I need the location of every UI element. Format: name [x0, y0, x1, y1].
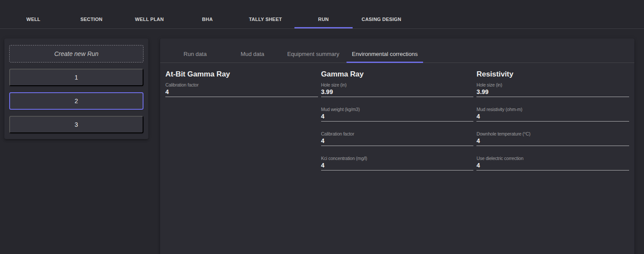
section-resistivity: ResistivityHole size (in)3.99Mud resisti… [476, 70, 629, 180]
nav-tab-tally-sheet[interactable]: TALLY SHEET [236, 0, 294, 28]
section-title: Resistivity [476, 70, 629, 79]
field-kci-concentration-mg-l: Kci concentration (mg/l)4 [321, 156, 474, 170]
field-value-input[interactable]: 4 [321, 161, 474, 170]
top-nav-tabs: WELLSECTIONWELL PLANBHATALLY SHEETRUNCAS… [4, 0, 644, 28]
panel-tab-label: Run data [184, 51, 207, 57]
field-label: Use dielectric correction [476, 156, 629, 161]
field-value-input[interactable]: 4 [321, 136, 474, 146]
field-label: Downhole temperature (°C) [476, 131, 629, 136]
nav-tab-well-plan[interactable]: WELL PLAN [120, 0, 178, 28]
field-label: Calibration factor [165, 82, 318, 87]
nav-tab-label: RUN [318, 17, 329, 22]
field-mud-weight-kg-m3: Mud weight (kg/m3)4 [321, 107, 474, 122]
field-value-input[interactable]: 3.99 [476, 87, 629, 97]
nav-tab-section[interactable]: SECTION [63, 0, 121, 28]
nav-tab-well[interactable]: WELL [4, 0, 63, 28]
field-value-input[interactable]: 4 [165, 87, 318, 97]
field-label: Hole size (in) [476, 82, 629, 87]
panel-tab-environmental-corrections[interactable]: Environmental corrections [346, 38, 423, 63]
content-area: Create new Run123 Run dataMud dataEquipm… [0, 29, 644, 254]
nav-tab-label: TALLY SHEET [249, 17, 282, 22]
nav-tab-label: CASING DESIGN [362, 17, 402, 22]
field-hole-size-in: Hole size (in)3.99 [321, 82, 474, 97]
run-detail-tabs: Run dataMud dataEquipment summaryEnviron… [160, 38, 634, 63]
run-button-1[interactable]: 1 [9, 69, 144, 86]
field-value-input[interactable]: 4 [476, 112, 629, 122]
panel-tab-label: Equipment summary [287, 51, 339, 57]
panel-tab-equipment-summary[interactable]: Equipment summary [280, 38, 346, 63]
panel-tab-mud-data[interactable]: Mud data [225, 38, 280, 63]
field-downhole-temperature-c: Downhole temperature (°C)4 [476, 131, 629, 146]
field-calibration-factor: Calibration factor4 [321, 131, 474, 146]
field-label: Calibration factor [321, 131, 474, 136]
field-mud-resistivity-ohm-m: Mud resistivity (ohm-m)4 [476, 107, 629, 122]
panel-tab-label: Mud data [241, 51, 264, 57]
nav-tab-casing-design[interactable]: CASING DESIGN [353, 0, 411, 28]
section-at-bit-gamma-ray: At-Bit Gamma RayCalibration factor4 [165, 70, 318, 180]
nav-tab-run[interactable]: RUN [294, 0, 353, 28]
environmental-corrections-columns: At-Bit Gamma RayCalibration factor4Gamma… [160, 63, 634, 180]
nav-tab-label: SECTION [80, 17, 102, 22]
nav-tab-label: BHA [202, 17, 213, 22]
top-nav: WELLSECTIONWELL PLANBHATALLY SHEETRUNCAS… [0, 0, 644, 29]
nav-tab-bha[interactable]: BHA [178, 0, 237, 28]
create-new-run-button[interactable]: Create new Run [9, 45, 144, 63]
active-tab-indicator [294, 27, 353, 28]
run-list-card: Create new Run123 [4, 38, 148, 139]
field-label: Mud weight (kg/m3) [321, 107, 474, 112]
nav-tab-label: WELL PLAN [135, 17, 164, 22]
field-value-input[interactable]: 3.99 [321, 87, 474, 97]
section-title: At-Bit Gamma Ray [165, 70, 318, 79]
field-value-input[interactable]: 4 [476, 136, 629, 146]
field-use-dielectric-correction: Use dielectric correction4 [476, 156, 629, 170]
field-hole-size-in: Hole size (in)3.99 [476, 82, 629, 97]
run-button-3[interactable]: 3 [9, 116, 144, 133]
field-label: Mud resistivity (ohm-m) [476, 107, 629, 112]
field-label: Hole size (in) [321, 82, 474, 87]
section-gamma-ray: Gamma RayHole size (in)3.99Mud weight (k… [321, 70, 474, 180]
section-title: Gamma Ray [321, 70, 474, 79]
panel-tab-run-data[interactable]: Run data [165, 38, 225, 63]
run-detail-panel: Run dataMud dataEquipment summaryEnviron… [160, 38, 634, 254]
panel-tab-label: Environmental corrections [352, 51, 417, 57]
field-calibration-factor: Calibration factor4 [165, 82, 318, 97]
run-button-2[interactable]: 2 [9, 92, 144, 110]
nav-tab-label: WELL [26, 17, 40, 22]
field-value-input[interactable]: 4 [476, 161, 629, 170]
active-tab-indicator [346, 62, 423, 63]
field-value-input[interactable]: 4 [321, 112, 474, 122]
field-label: Kci concentration (mg/l) [321, 156, 474, 161]
